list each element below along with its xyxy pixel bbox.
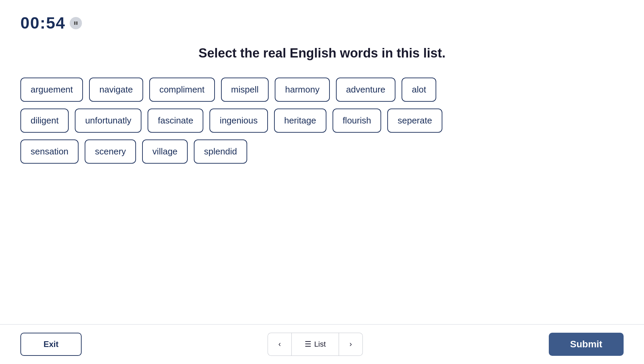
- exit-button[interactable]: Exit: [20, 333, 82, 356]
- timer-display: 00:54: [20, 14, 66, 32]
- chevron-left-icon: ‹: [278, 340, 281, 349]
- svg-rect-0: [74, 21, 75, 25]
- list-icon: ☰: [305, 340, 311, 349]
- pause-button[interactable]: [70, 17, 82, 29]
- word-chip-flourish[interactable]: flourish: [333, 109, 382, 133]
- word-chip-harmony[interactable]: harmony: [275, 78, 329, 102]
- nav-controls: ‹ ☰ List ›: [268, 333, 363, 356]
- word-chip-diligent[interactable]: diligent: [20, 109, 69, 133]
- word-chip-village[interactable]: village: [142, 139, 188, 164]
- word-chip-fascinate[interactable]: fascinate: [148, 109, 203, 133]
- svg-rect-1: [76, 21, 78, 25]
- next-button[interactable]: ›: [339, 333, 363, 356]
- words-row-2: diligent unfortunatly fascinate ingeniou…: [20, 109, 624, 133]
- words-container: arguement navigate compliment mispell ha…: [20, 78, 624, 164]
- list-button[interactable]: ☰ List: [291, 333, 339, 356]
- main-content: 00:54 Select the real English words in t…: [0, 0, 644, 324]
- words-row-1: arguement navigate compliment mispell ha…: [20, 78, 624, 102]
- question-title: Select the real English words in this li…: [20, 46, 624, 61]
- word-chip-heritage[interactable]: heritage: [274, 109, 326, 133]
- word-chip-adventure[interactable]: adventure: [336, 78, 396, 102]
- word-chip-unfortunatly[interactable]: unfortunatly: [75, 109, 141, 133]
- word-chip-navigate[interactable]: navigate: [89, 78, 143, 102]
- word-chip-sensation[interactable]: sensation: [20, 139, 79, 164]
- word-chip-compliment[interactable]: compliment: [149, 78, 215, 102]
- list-label: List: [314, 340, 326, 349]
- prev-button[interactable]: ‹: [268, 333, 291, 356]
- word-chip-mispell[interactable]: mispell: [221, 78, 269, 102]
- word-chip-ingenious[interactable]: ingenious: [209, 109, 268, 133]
- word-chip-scenery[interactable]: scenery: [85, 139, 136, 164]
- timer-row: 00:54: [20, 14, 624, 32]
- words-row-3: sensation scenery village splendid: [20, 139, 624, 164]
- word-chip-alot[interactable]: alot: [402, 78, 436, 102]
- word-chip-splendid[interactable]: splendid: [194, 139, 247, 164]
- word-chip-arguement[interactable]: arguement: [20, 78, 83, 102]
- word-chip-seperate[interactable]: seperate: [387, 109, 442, 133]
- submit-button[interactable]: Submit: [549, 333, 624, 356]
- chevron-right-icon: ›: [350, 340, 352, 349]
- footer: Exit ‹ ☰ List › Submit: [0, 324, 644, 364]
